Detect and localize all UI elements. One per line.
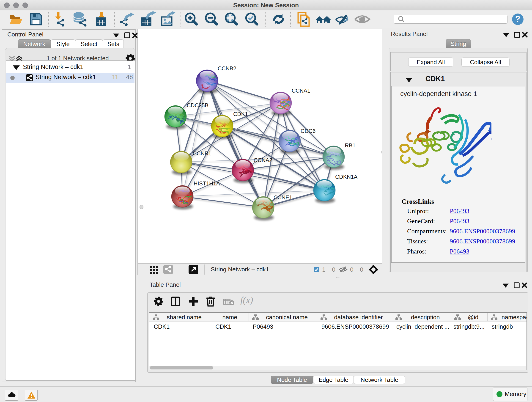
svg-text:?: ? xyxy=(515,14,520,24)
svg-text:CCNE1: CCNE1 xyxy=(273,194,292,201)
svg-text:CDC6: CDC6 xyxy=(301,128,316,134)
svg-text:CCNB1: CCNB1 xyxy=(193,150,211,157)
svg-text:CCNA1: CCNA1 xyxy=(292,88,310,94)
svg-text:CCNA2: CCNA2 xyxy=(254,157,272,163)
svg-text:CCNB2: CCNB2 xyxy=(218,65,236,71)
svg-text:CDC25B: CDC25B xyxy=(187,102,209,108)
svg-text:CDKN1A: CDKN1A xyxy=(335,174,357,180)
svg-text:HIST1H1A: HIST1H1A xyxy=(194,180,220,186)
svg-text:CDK1: CDK1 xyxy=(233,111,248,117)
svg-text:RB1: RB1 xyxy=(345,142,355,148)
